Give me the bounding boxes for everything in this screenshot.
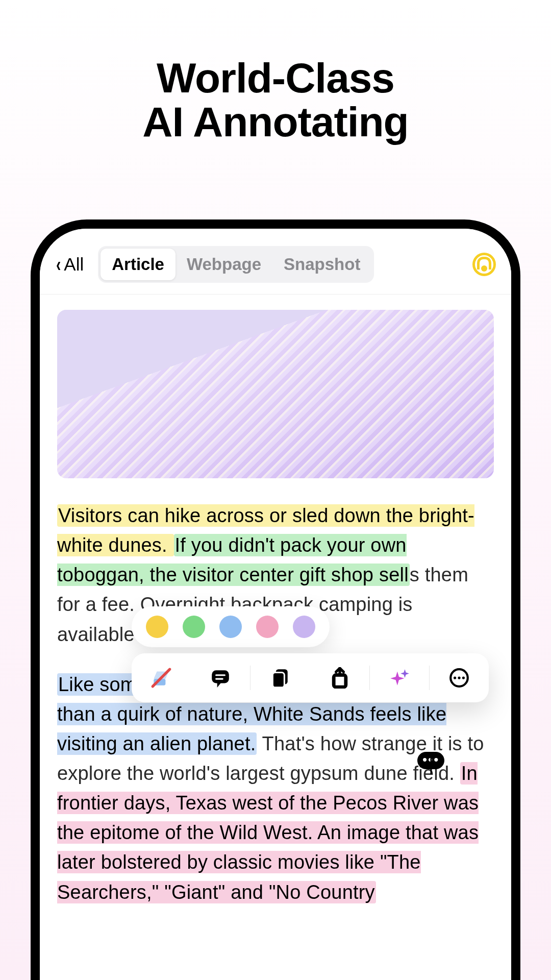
text-selection-handle[interactable]: •••	[417, 752, 444, 769]
view-segmented-control: Article Webpage Snapshot	[98, 246, 374, 283]
svg-point-15	[458, 676, 460, 679]
ai-sparkle-button[interactable]	[370, 665, 429, 691]
color-swatch-green[interactable]	[183, 616, 205, 638]
svg-marker-4	[217, 682, 221, 688]
remove-highlight-button[interactable]	[132, 665, 191, 691]
highlight-color-picker	[132, 606, 330, 647]
color-swatch-pink[interactable]	[256, 616, 279, 638]
article-hero-image	[57, 310, 494, 478]
highlighter-icon[interactable]	[472, 253, 496, 276]
copy-icon	[269, 667, 291, 689]
selection-action-bar	[132, 653, 489, 702]
headline-line-2: AI Annotating	[0, 100, 551, 144]
marketing-headline: World-Class AI Annotating	[0, 0, 551, 144]
chevron-left-icon: ‹	[56, 253, 61, 276]
article-body[interactable]: Visitors can hike across or sled down th…	[57, 501, 494, 907]
remove-highlight-icon	[151, 667, 172, 689]
share-icon	[329, 667, 350, 689]
headline-line-1: World-Class	[0, 56, 551, 100]
color-swatch-blue[interactable]	[219, 616, 242, 638]
sparkle-icon	[389, 667, 410, 689]
share-button[interactable]	[310, 665, 369, 691]
svg-rect-3	[212, 670, 229, 683]
comment-icon	[210, 667, 231, 689]
tab-snapshot[interactable]: Snapshot	[272, 249, 371, 280]
more-icon	[448, 667, 470, 689]
back-button[interactable]: ‹ All	[55, 253, 84, 276]
phone-screen: ‹ All Article Webpage Snapshot Visitors …	[40, 229, 511, 980]
svg-rect-11	[335, 677, 344, 685]
comment-button[interactable]	[191, 665, 250, 691]
top-bar: ‹ All Article Webpage Snapshot	[40, 229, 511, 295]
svg-point-16	[462, 676, 465, 679]
tab-article[interactable]: Article	[101, 249, 176, 280]
copy-button[interactable]	[251, 665, 310, 691]
svg-point-14	[454, 676, 456, 679]
color-swatch-purple[interactable]	[293, 616, 315, 638]
more-button[interactable]	[430, 665, 489, 691]
svg-rect-8	[273, 673, 285, 688]
tab-webpage[interactable]: Webpage	[176, 249, 272, 280]
color-swatch-yellow[interactable]	[146, 616, 168, 638]
phone-frame: ‹ All Article Webpage Snapshot Visitors …	[31, 219, 520, 980]
back-label: All	[64, 254, 84, 275]
